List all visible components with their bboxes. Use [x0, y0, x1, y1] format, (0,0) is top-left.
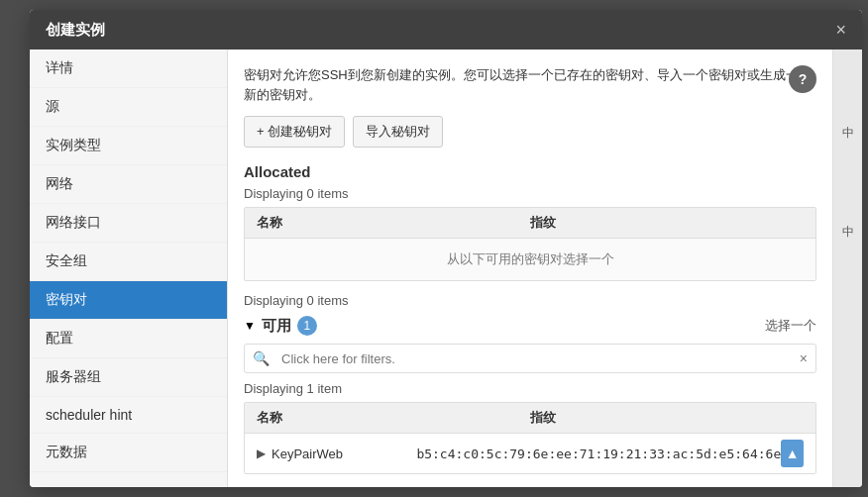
- available-col-name: 名称: [257, 409, 530, 427]
- help-icon[interactable]: ?: [789, 65, 816, 93]
- available-table-header: 名称 指纹: [245, 403, 815, 434]
- sidebar-item-server-group[interactable]: 服务器组: [30, 358, 227, 397]
- sidebar-item-network-interface[interactable]: 网络接口: [30, 204, 227, 243]
- allocated-col-fingerprint: 指纹: [530, 214, 804, 232]
- allocated-empty-message: 从以下可用的密钥对选择一个: [245, 239, 815, 280]
- description-text: 密钥对允许您SSH到您新创建的实例。您可以选择一个已存在的密钥对、导入一个密钥对…: [244, 65, 816, 104]
- available-col-fingerprint: 指纹: [530, 409, 804, 427]
- keypair-name: KeyPairWeb: [271, 447, 416, 461]
- allocate-button[interactable]: ▲: [781, 440, 804, 467]
- sidebar: 详情 源 实例类型 网络 网络接口 安全组 密钥对 配置: [30, 50, 228, 487]
- action-buttons: + 创建秘钥对 导入秘钥对: [244, 116, 816, 148]
- right-panel: 中 中: [832, 50, 862, 487]
- available-table-body: ▶ KeyPairWeb b5:c4:c0:5c:79:6e:ee:71:19:…: [245, 434, 815, 473]
- sidebar-item-label: 密钥对: [46, 291, 87, 307]
- allocated-title: Allocated: [244, 163, 816, 180]
- filter-row: 🔍 ×: [244, 344, 816, 373]
- available-title-group: ▼ 可用 1: [244, 316, 317, 336]
- table-row: ▶ KeyPairWeb b5:c4:c0:5c:79:6e:ee:71:19:…: [245, 434, 815, 473]
- available-title: 可用: [262, 317, 291, 336]
- sidebar-item-label: 源: [46, 98, 59, 114]
- sidebar-item-label: scheduler hint: [46, 407, 132, 423]
- sidebar-item-label: 服务器组: [46, 368, 101, 384]
- import-keypair-button[interactable]: 导入秘钥对: [353, 116, 443, 148]
- sidebar-item-label: 详情: [46, 59, 73, 75]
- sidebar-item-config[interactable]: 配置: [30, 320, 227, 358]
- sidebar-item-metadata[interactable]: 元数据: [30, 434, 227, 472]
- allocated-table: 名称 指纹 从以下可用的密钥对选择一个: [244, 207, 816, 281]
- available-header: ▼ 可用 1 选择一个: [244, 316, 816, 336]
- allocated-displaying-count-bottom: Displaying 0 items: [244, 293, 816, 308]
- keypair-fingerprint: b5:c4:c0:5c:79:6e:ee:71:19:21:33:ac:5d:e…: [416, 447, 781, 461]
- sidebar-item-instance-type[interactable]: 实例类型: [30, 127, 227, 165]
- modal-header: 创建实例 ×: [30, 10, 862, 50]
- available-displaying-count: Displaying 1 item: [244, 381, 816, 396]
- sidebar-item-source[interactable]: 源: [30, 88, 227, 127]
- modal-title: 创建实例: [46, 21, 105, 40]
- main-content: 密钥对允许您SSH到您新创建的实例。您可以选择一个已存在的密钥对、导入一个密钥对…: [228, 50, 832, 487]
- allocated-section: Allocated Displaying 0 items 名称 指纹 从以下可用…: [244, 163, 816, 308]
- allocated-col-name: 名称: [257, 214, 530, 232]
- available-displaying-count-bottom: Displaying 1 item: [244, 486, 816, 487]
- sidebar-item-network[interactable]: 网络: [30, 165, 227, 204]
- chevron-down-icon[interactable]: ▼: [244, 319, 256, 333]
- available-section: ▼ 可用 1 选择一个 🔍 × Displaying 1 item 名称 指纹: [244, 316, 816, 487]
- sidebar-item-scheduler-hint[interactable]: scheduler hint: [30, 397, 227, 434]
- available-badge: 1: [297, 316, 317, 336]
- sidebar-item-label: 网络接口: [46, 214, 101, 230]
- modal: 创建实例 × 详情 源 实例类型 网络 网络接口 安全组: [30, 10, 862, 487]
- sidebar-item-label: 网络: [46, 175, 73, 191]
- sidebar-item-label: 安全组: [46, 252, 87, 268]
- select-one-button[interactable]: 选择一个: [765, 317, 816, 335]
- modal-body: 详情 源 实例类型 网络 网络接口 安全组 密钥对 配置: [30, 50, 862, 487]
- filter-clear-icon[interactable]: ×: [792, 345, 815, 372]
- allocated-displaying-count: Displaying 0 items: [244, 186, 816, 201]
- search-icon: 🔍: [245, 345, 277, 372]
- sidebar-item-label: 配置: [46, 330, 73, 346]
- sidebar-item-label: 实例类型: [46, 137, 101, 152]
- available-table: 名称 指纹 ▶ KeyPairWeb b5:c4:c0:5c:79:6e:ee:…: [244, 402, 816, 474]
- sidebar-item-label: 元数据: [46, 444, 87, 459]
- sidebar-item-security-group[interactable]: 安全组: [30, 243, 227, 281]
- expand-icon[interactable]: ▶: [257, 447, 266, 460]
- sidebar-item-keypair[interactable]: 密钥对: [30, 281, 227, 320]
- allocated-table-body: 从以下可用的密钥对选择一个: [245, 239, 815, 280]
- create-keypair-button[interactable]: + 创建秘钥对: [244, 116, 345, 148]
- allocated-table-header: 名称 指纹: [245, 208, 815, 239]
- filter-input[interactable]: [277, 346, 792, 372]
- sidebar-item-details[interactable]: 详情: [30, 50, 227, 88]
- modal-close-button[interactable]: ×: [835, 21, 846, 39]
